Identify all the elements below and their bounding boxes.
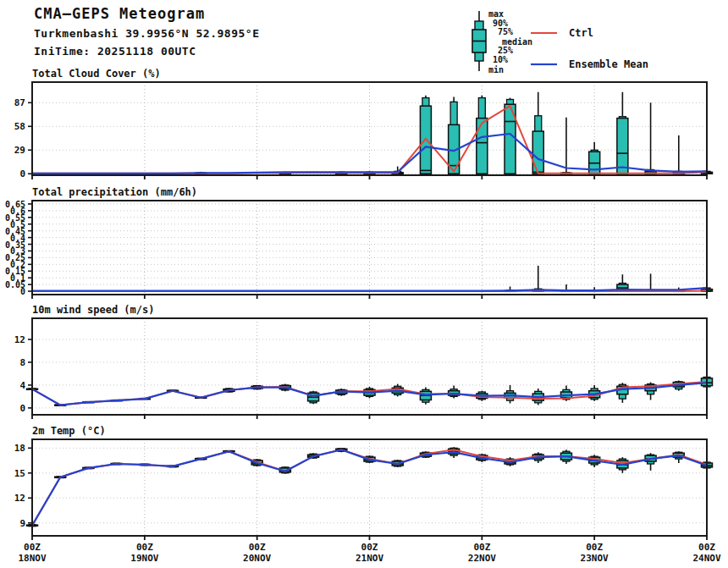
x-tick-date: 18NOV — [18, 553, 46, 564]
legend-ensemble-mean-label: Ensemble Mean — [569, 58, 648, 70]
x-tick-hour: 00Z — [361, 542, 378, 553]
legend-label-min: min — [488, 65, 504, 74]
panel-2m-temp-c: 2m Temp (°C)9121518 — [14, 425, 713, 540]
legend: max90%75%median25%10%minCtrlEnsemble Mea… — [472, 9, 648, 74]
header: CMA—GEPS Meteogram Turkmenbashi 39.9956°… — [34, 5, 259, 58]
x-tick-date: 23NOV — [581, 553, 609, 564]
x-tick-hour: 00Z — [136, 542, 153, 553]
x-tick-date: 21NOV — [356, 553, 383, 564]
y-tick-label: 29 — [14, 145, 25, 156]
y-tick-label: 58 — [14, 121, 25, 132]
y-tick-label: 15 — [14, 468, 25, 479]
panel-title: 10m wind speed (m/s) — [32, 304, 155, 316]
x-tick-hour: 00Z — [586, 542, 603, 553]
legend-label-25: 25% — [498, 46, 513, 55]
x-tick-date: 22NOV — [468, 553, 496, 564]
panel-total-precipitation-mm-6h: Total precipitation (mm/6h)00.050.10.150… — [5, 186, 713, 299]
y-tick-label: 0.65 — [5, 200, 25, 209]
panel-10m-wind-speed-m-s: 10m wind speed (m/s)04812 — [14, 304, 713, 419]
x-tick-hour: 00Z — [698, 542, 715, 553]
x-tick-hour: 00Z — [24, 542, 41, 553]
legend-label-75: 75% — [498, 27, 513, 36]
panel-title: Total Cloud Cover (%) — [32, 68, 161, 80]
y-tick-label: 0 — [19, 168, 25, 179]
initime-line: IniTime: 20251118 00UTC — [34, 45, 259, 58]
panel-title: Total precipitation (mm/6h) — [32, 186, 197, 198]
legend-ctrl-label: Ctrl — [569, 27, 593, 39]
x-tick-date: 19NOV — [130, 553, 158, 564]
y-tick-label: 4 — [19, 380, 25, 391]
panel-total-cloud-cover: Total Cloud Cover (%)0295887 — [14, 68, 713, 179]
legend-label-10: 10% — [493, 55, 508, 64]
location-line: Turkmenbashi 39.9956°N 52.9895°E — [34, 27, 259, 40]
box-whiskers — [196, 92, 713, 174]
meteogram-page: Total Cloud Cover (%)0295887Total precip… — [0, 0, 728, 568]
page-title: CMA—GEPS Meteogram — [34, 5, 259, 22]
y-tick-label: 12 — [14, 334, 25, 345]
x-tick-date: 24NOV — [692, 553, 720, 564]
panel-title: 2m Temp (°C) — [32, 425, 106, 437]
x-tick-hour: 00Z — [473, 542, 490, 553]
x-tick-date: 20NOV — [243, 553, 271, 564]
y-tick-label: 87 — [14, 97, 25, 108]
x-tick-hour: 00Z — [249, 542, 266, 553]
y-tick-label: 12 — [14, 493, 25, 504]
y-tick-label: 0 — [19, 403, 25, 414]
y-tick-label: 8 — [19, 357, 25, 368]
meteogram-chart: Total Cloud Cover (%)0295887Total precip… — [0, 0, 728, 568]
box-whiskers — [505, 266, 712, 291]
legend-label-max: max — [488, 9, 504, 19]
x-axis-labels: 00Z18NOV00Z19NOV00Z20NOV00Z21NOV00Z22NOV… — [18, 542, 720, 564]
y-tick-label: 18 — [14, 443, 25, 454]
y-tick-label: 9 — [19, 518, 25, 529]
